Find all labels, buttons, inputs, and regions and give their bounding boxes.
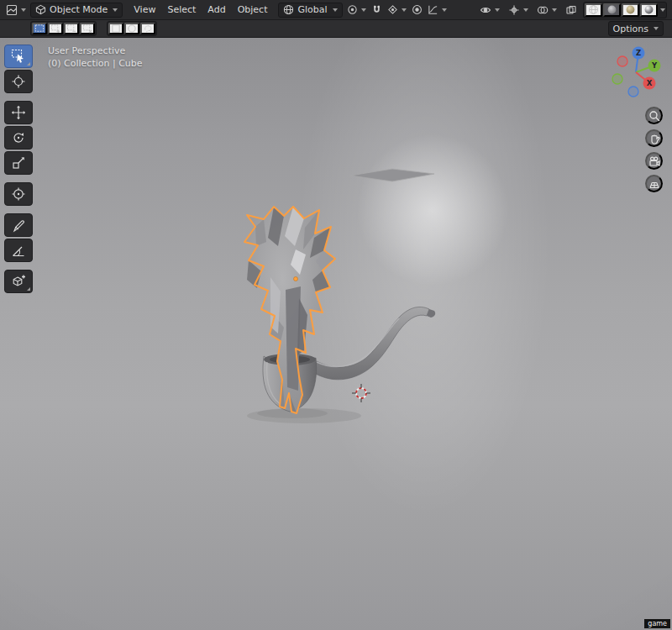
overlays-icon — [537, 4, 549, 16]
hand-icon — [648, 133, 660, 144]
proportional-editing-icon — [412, 4, 423, 15]
falloff-curve-icon — [428, 4, 438, 15]
proportional-editing-button[interactable] — [409, 3, 425, 18]
tool-move-button[interactable] — [4, 101, 33, 124]
navigation-gizmo[interactable]: Z Y X — [606, 42, 666, 102]
tool-option-box-button[interactable] — [108, 23, 123, 34]
add-cube-icon — [11, 274, 26, 289]
chevron-down-icon — [654, 27, 659, 30]
tool-option-box-icon — [111, 24, 121, 34]
snap-target-dropdown[interactable] — [385, 3, 409, 18]
chevron-down-icon — [523, 8, 528, 12]
camera-icon — [648, 155, 660, 167]
show-gizmo-dropdown[interactable] — [506, 3, 531, 18]
chevron-down-icon — [495, 8, 500, 12]
menu-add[interactable]: Add — [202, 2, 231, 18]
pan-hand-button[interactable] — [645, 129, 663, 147]
3d-cursor — [352, 384, 370, 402]
select-mode-difference-button[interactable] — [80, 23, 95, 34]
tool-scale-button[interactable] — [4, 151, 33, 175]
move-icon — [11, 105, 26, 120]
tool-add-cube-button[interactable] — [4, 270, 33, 293]
tool-settings-bar: Options — [0, 20, 672, 38]
rendered-sphere-icon — [643, 4, 654, 15]
tool-measure-button[interactable] — [4, 239, 33, 262]
select-mode-group — [30, 21, 97, 36]
select-new-icon — [34, 24, 45, 34]
chevron-down-icon — [333, 8, 338, 12]
grid-perspective-icon — [648, 178, 660, 190]
menu-select[interactable]: Select — [161, 2, 202, 18]
tool-option-lasso-icon — [143, 24, 153, 34]
mode-dropdown[interactable]: Object Mode — [30, 3, 123, 18]
options-dropdown[interactable]: Options — [608, 21, 664, 36]
rotate-icon — [11, 130, 26, 145]
tool-option-circle-button[interactable] — [124, 23, 139, 34]
options-label: Options — [613, 24, 648, 34]
magnet-icon — [371, 4, 382, 15]
subtool-indicator — [27, 62, 30, 66]
tool-select-box-button[interactable] — [4, 45, 33, 68]
tool-cursor-button[interactable] — [4, 70, 33, 93]
tool-rotate-button[interactable] — [4, 126, 33, 150]
menu-object[interactable]: Object — [232, 2, 274, 18]
axis-neg-z-handle[interactable] — [628, 87, 638, 97]
select-mode-new-button[interactable] — [32, 23, 47, 34]
viewport-header: Object Mode View Select Add Object Globa… — [0, 0, 672, 20]
chevron-down-icon — [361, 8, 366, 12]
header-right-controls — [477, 2, 667, 18]
select-subtract-icon — [66, 24, 76, 34]
snap-toggle-button[interactable] — [369, 3, 385, 18]
view-perspective-label: User Perspective — [48, 45, 125, 56]
gizmo-icon — [508, 4, 520, 16]
axis-neg-x-handle[interactable] — [617, 56, 627, 66]
editor-3d-viewport-icon — [6, 4, 18, 16]
shading-solid-button[interactable] — [603, 3, 621, 17]
object-mode-cube-icon — [35, 4, 46, 15]
tool-annotate-button[interactable] — [4, 213, 33, 237]
select-extend-icon — [50, 24, 60, 34]
wireframe-sphere-icon — [588, 4, 599, 15]
tool-options-group — [107, 21, 157, 36]
magnifier-icon — [648, 110, 660, 122]
chevron-down-icon — [660, 8, 665, 12]
axis-neg-y-handle[interactable] — [612, 74, 622, 84]
tool-transform-button[interactable] — [4, 182, 33, 206]
select-box-icon — [11, 49, 26, 64]
editor-type-button[interactable] — [3, 3, 29, 18]
crystal-object-selected[interactable] — [244, 207, 335, 413]
plane-object[interactable] — [350, 169, 434, 181]
object-visibility-dropdown[interactable] — [477, 3, 502, 18]
material-sphere-icon — [625, 4, 636, 15]
chevron-down-icon — [442, 8, 447, 12]
orientation-label: Global — [297, 4, 327, 15]
zoom-button[interactable] — [645, 107, 663, 124]
shading-wireframe-button[interactable] — [585, 3, 602, 17]
toggle-xray-button[interactable] — [563, 3, 580, 18]
camera-view-button[interactable] — [645, 152, 663, 170]
proportional-falloff-dropdown[interactable] — [425, 3, 449, 18]
3d-viewport[interactable]: User Perspective (0) Collection | Cube — [0, 38, 672, 630]
pivot-point-dropdown[interactable] — [344, 3, 369, 18]
chevron-down-icon — [113, 8, 118, 12]
chevron-down-icon — [21, 8, 26, 12]
toggle-perspective-button[interactable] — [645, 175, 663, 192]
shading-rendered-button[interactable] — [640, 3, 658, 17]
object-origin-dot — [294, 277, 298, 281]
axis-y-label: Y — [651, 61, 658, 70]
select-mode-extend-button[interactable] — [48, 23, 63, 34]
snap-target-icon — [387, 4, 398, 15]
global-orientation-icon — [283, 4, 294, 15]
xray-icon — [565, 4, 577, 16]
menu-view[interactable]: View — [128, 2, 161, 18]
viewport-canvas[interactable] — [0, 38, 672, 630]
select-mode-subtract-button[interactable] — [64, 23, 79, 34]
show-overlays-dropdown[interactable] — [534, 3, 559, 18]
tool-option-circle-icon — [127, 24, 137, 34]
transform-orientation-dropdown[interactable]: Global — [278, 3, 342, 18]
3d-cursor-tool-icon — [11, 74, 26, 89]
tool-option-lasso-button[interactable] — [140, 23, 155, 34]
shading-material-button[interactable] — [622, 3, 639, 17]
tool-shelf — [4, 45, 33, 301]
viewport-controls — [645, 107, 663, 192]
